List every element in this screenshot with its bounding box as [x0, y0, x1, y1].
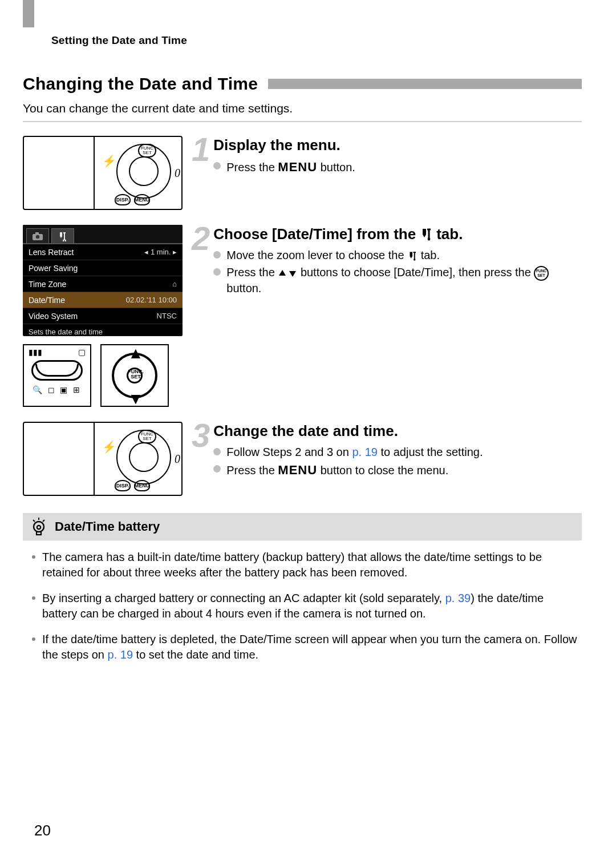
- step-1-title: Display the menu.: [213, 137, 355, 154]
- home-icon: ⌂: [172, 280, 177, 288]
- step-3-image: FUNCSET ⚡ 0 DISP.MENU: [23, 422, 188, 496]
- step-2: Lens Retract◂ 1 min. ▸ Power Saving Time…: [23, 225, 582, 407]
- step-3-bullet-1: Follow Steps 2 and 3 on p. 19 to adjust …: [213, 445, 483, 459]
- camera-back-illustration: FUNCSET ⚡ 0 DISP.MENU: [23, 422, 183, 496]
- lcd-tab-camera-icon: [26, 228, 49, 243]
- callout-date-time-battery: Date/Time battery: [23, 513, 582, 540]
- page-ref-link-19[interactable]: p. 19: [108, 648, 133, 661]
- func-set-button-icon: FUNCSET: [534, 266, 549, 281]
- svg-point-14: [37, 526, 40, 529]
- up-down-buttons-icon: [278, 269, 297, 278]
- section-divider: [23, 121, 582, 122]
- svg-line-12: [43, 520, 44, 522]
- step-3-number: 3: [192, 419, 210, 481]
- page-ref-link-39[interactable]: p. 39: [445, 592, 471, 604]
- callout-title: Date/Time battery: [55, 519, 160, 534]
- bullet-dot-icon: [213, 465, 221, 473]
- step-1-image: FUNCSET ⚡ 0 DISP.MENU: [23, 136, 188, 210]
- lcd-row-time-zone: Time Zone⌂: [23, 276, 183, 292]
- menu-button-glyph: MENU: [278, 160, 317, 174]
- bullet-dot-icon: [213, 251, 221, 259]
- tip-dot-icon: [32, 596, 35, 600]
- step-1-bullet-1-a: Press the: [226, 161, 278, 173]
- page-ref-link-19[interactable]: p. 19: [352, 446, 377, 458]
- bullet-dot-icon: [213, 448, 221, 455]
- svg-marker-6: [289, 271, 296, 277]
- section-title: Changing the Date and Time: [23, 74, 258, 94]
- tools-tab-icon: [407, 251, 418, 261]
- svg-line-11: [33, 520, 35, 522]
- tip-3: If the date/time battery is depleted, th…: [32, 632, 579, 663]
- tip-2: By inserting a charged battery or connec…: [32, 591, 579, 621]
- svg-rect-1: [35, 232, 39, 235]
- camera-back-illustration: FUNCSET ⚡ 0 DISP.MENU: [23, 136, 183, 210]
- tip-dot-icon: [32, 555, 35, 559]
- step-2-bullet-1: Move the zoom lever to choose the tab.: [213, 248, 582, 263]
- step-1-bullet-1: Press the MENU button.: [213, 159, 355, 175]
- step-1: FUNCSET ⚡ 0 DISP.MENU 1 Display the menu…: [23, 136, 582, 210]
- lcd-help-text: Sets the date and time: [23, 324, 183, 336]
- step-2-title: Choose [Date/Time] from the tab.: [213, 226, 582, 243]
- section-title-row: Changing the Date and Time: [23, 74, 582, 94]
- lcd-menu-screenshot: Lens Retract◂ 1 min. ▸ Power Saving Time…: [23, 225, 183, 336]
- svg-text:FUNC: FUNC: [536, 269, 546, 273]
- tips-list: The camera has a built-in date/time batt…: [23, 550, 582, 663]
- lightbulb-icon: [31, 518, 47, 536]
- lcd-row-date-time: Date/Time02.02.'11 10:00: [23, 292, 183, 308]
- tip-dot-icon: [32, 637, 35, 641]
- step-2-bullet-2: Press the buttons to choose [Date/Time],…: [213, 265, 582, 296]
- menu-button-glyph: MENU: [278, 463, 317, 477]
- bullet-dot-icon: [213, 162, 221, 169]
- bullet-dot-icon: [213, 268, 221, 276]
- tip-1: The camera has a built-in date/time batt…: [32, 550, 579, 580]
- step-2-title-b: tab.: [436, 226, 463, 243]
- svg-point-4: [414, 259, 415, 260]
- step-3: FUNCSET ⚡ 0 DISP.MENU 3 Change the date …: [23, 422, 582, 496]
- lcd-row-power-saving: Power Saving: [23, 260, 183, 276]
- svg-point-3: [428, 238, 431, 241]
- steps-container: FUNCSET ⚡ 0 DISP.MENU 1 Display the menu…: [23, 136, 582, 511]
- step-1-number: 1: [192, 134, 210, 177]
- lcd-row-video-system: Video SystemNTSC: [23, 308, 183, 324]
- step-3-bullet-2: Press the MENU button to close the menu.: [213, 462, 483, 478]
- page-number: 20: [34, 822, 51, 839]
- step-1-bullet-1-b: button.: [321, 161, 355, 173]
- svg-marker-5: [279, 270, 286, 276]
- svg-point-2: [36, 235, 39, 238]
- tools-tab-icon: [419, 228, 433, 241]
- dpad-illustration: ▲ ▼ FUNC.SET: [100, 344, 169, 407]
- step-2-image: Lens Retract◂ 1 min. ▸ Power Saving Time…: [23, 225, 188, 407]
- lcd-row-lens-retract: Lens Retract◂ 1 min. ▸: [23, 244, 183, 260]
- svg-text:SET: SET: [538, 273, 546, 277]
- section-intro: You can change the current date and time…: [23, 102, 582, 115]
- svg-rect-15: [37, 532, 41, 535]
- step-2-title-a: Choose [Date/Time] from the: [213, 226, 416, 243]
- step-2-number: 2: [192, 223, 210, 298]
- running-head: Setting the Date and Time: [51, 34, 582, 47]
- step-3-title: Change the date and time.: [213, 423, 483, 440]
- section-edge-tab: [23, 0, 34, 27]
- zoom-lever-illustration: ▮▮▮▢ 🔍 ◻ ▣ ⊞: [23, 344, 91, 407]
- lcd-tab-tools-icon: [51, 228, 74, 243]
- svg-point-13: [34, 522, 44, 532]
- section-rule: [268, 79, 582, 89]
